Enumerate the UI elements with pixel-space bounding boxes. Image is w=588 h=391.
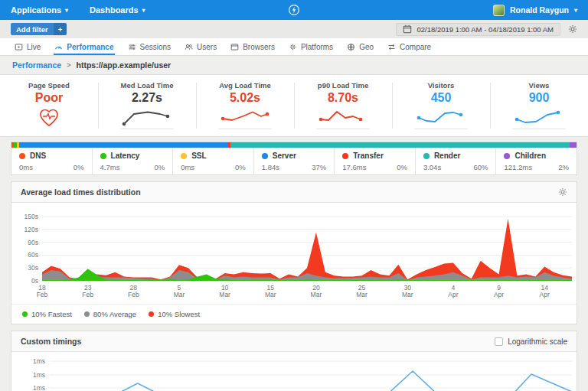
timing-name: DNS [30,152,46,160]
timing-legend-item: Server 1.84s 37% [253,148,335,174]
timing-value: 121.2ms [504,163,531,171]
sparkline [120,107,174,127]
metric-label: Page Speed [28,81,70,90]
metric-cards-row: Page Speed Poor Med Load Time 2.27s Avg … [0,74,588,137]
date-range-value: 02/18/2019 1:00 AM - 04/18/2019 1:00 AM [416,25,554,34]
timing-percent: 0% [397,163,407,171]
timing-percent: 0% [154,163,165,171]
panel-settings-gear-icon[interactable] [558,187,567,197]
tab-label: Platforms [301,43,333,51]
svg-text:Apr: Apr [540,291,550,298]
legend-color-dot [22,311,28,317]
timing-percent: 60% [473,163,488,171]
timing-name: Transfer [353,152,383,160]
timing-legend-item: Children 121.2ms 2% [495,148,577,174]
metric-value: Poor [35,91,63,105]
breadcrumb: Performance > https://app.example/user [0,56,588,74]
tab-platforms[interactable]: Platforms [282,38,340,55]
tab-label: Users [197,43,217,51]
tab-label: Compare [400,43,431,51]
timing-percent: 37% [312,163,326,171]
breadcrumb-performance-link[interactable]: Performance [12,60,61,70]
metric-card-visitors: Visitors 450 [392,75,490,136]
timing-breakdown-panel: DNS 0ms 0% Latency 4.7ms 0% SSL 0ms 0% S… [11,142,577,175]
sparkline [414,107,468,127]
heart-pulse-icon [22,107,76,127]
metric-card-avg-load-time: Avg Load Time 5.02s [196,75,294,136]
legend-color-dot [19,153,25,159]
users-icon [185,43,193,51]
legend-label: 10% Fastest [31,310,72,318]
avg-load-times-panel: Average load times distribution 0s30s60s… [11,181,577,324]
metric-label: Visitors [428,81,455,90]
timing-value: 0ms [19,163,33,171]
legend-color-dot [181,153,187,159]
metric-value: 2.27s [132,91,162,105]
timing-legend-item: Transfer 17.6ms 0% [334,148,415,174]
avatar [493,5,505,16]
svg-text:Feb: Feb [37,291,48,298]
sliders-icon [128,43,136,51]
tab-sessions[interactable]: Sessions [121,38,178,55]
metric-label: p90 Load Time [318,81,368,90]
legend-color-dot [504,153,510,159]
timing-value: 1.84s [262,163,279,171]
dashboards-menu[interactable]: Dashboards ▾ [79,0,156,20]
timing-bar-segment-children [570,142,577,148]
gauge-icon [54,43,63,51]
legend-color-dot [423,153,430,159]
timing-legend-item: DNS 0ms 0% [11,148,92,174]
timing-bar-segment-render [230,142,570,148]
tab-label: Performance [67,43,113,51]
sparkline [316,107,370,127]
tab-browsers[interactable]: Browsers [224,38,282,55]
tab-compare[interactable]: Compare [381,38,438,55]
add-filter-label: Add filter [11,23,54,35]
sparkline [512,107,566,127]
panel-title: Average load times distribution [21,187,141,197]
tab-live[interactable]: Live [8,38,47,55]
timing-name: SSL [191,152,206,160]
calendar-icon [403,24,412,34]
logarithmic-scale-checkbox[interactable] [495,337,503,346]
chevron-down-icon: ▾ [142,7,145,14]
logarithmic-scale-label: Logarithmic scale [508,337,567,346]
timing-bar [11,142,577,148]
svg-text:90s: 90s [28,239,38,246]
tab-bar: Live Performance Sessions Users Browsers… [0,38,588,56]
timing-name: Render [434,152,460,160]
globe-icon [347,43,355,51]
user-menu[interactable]: Ronald Raygun ▾ [493,5,588,16]
svg-text:1ms: 1ms [33,357,45,365]
timing-value: 17.6ms [342,163,366,171]
tab-users[interactable]: Users [178,38,224,55]
svg-text:150s: 150s [24,213,38,220]
chevron-down-icon: ▾ [65,7,68,14]
timing-value: 0ms [181,163,194,171]
lightning-bolt-logo-icon[interactable] [288,4,300,16]
legend-color-dot [342,153,348,159]
svg-text:1ms: 1ms [33,384,45,391]
svg-text:Mar: Mar [265,291,276,298]
timing-name: Server [273,152,296,160]
svg-text:0s: 0s [31,277,38,285]
metric-card-p90-load-time: p90 Load Time 8.70s [294,75,392,136]
metric-label: Avg Load Time [219,81,271,90]
svg-text:Feb: Feb [82,291,93,298]
svg-text:Mar: Mar [311,291,322,298]
settings-gear-icon[interactable] [568,24,577,34]
applications-menu[interactable]: Applications ▾ [0,0,79,20]
metric-value: 5.02s [230,91,260,105]
legend-label: 80% Average [93,310,136,318]
tab-label: Live [27,43,41,51]
tab-performance[interactable]: Performance [47,38,120,55]
add-filter-button[interactable]: Add filter + [11,23,67,35]
legend-label: 10% Slowest [158,310,200,318]
tab-geo[interactable]: Geo [340,38,381,55]
date-range-picker[interactable]: 02/18/2019 1:00 AM - 04/18/2019 1:00 AM [396,23,560,36]
metric-card-page-speed: Page Speed Poor [0,75,98,136]
chevron-down-icon: ▾ [574,7,577,14]
live-icon [15,43,23,51]
timing-bar-segment-server [19,142,228,148]
breadcrumb-current-url: https://app.example/user [76,60,171,70]
